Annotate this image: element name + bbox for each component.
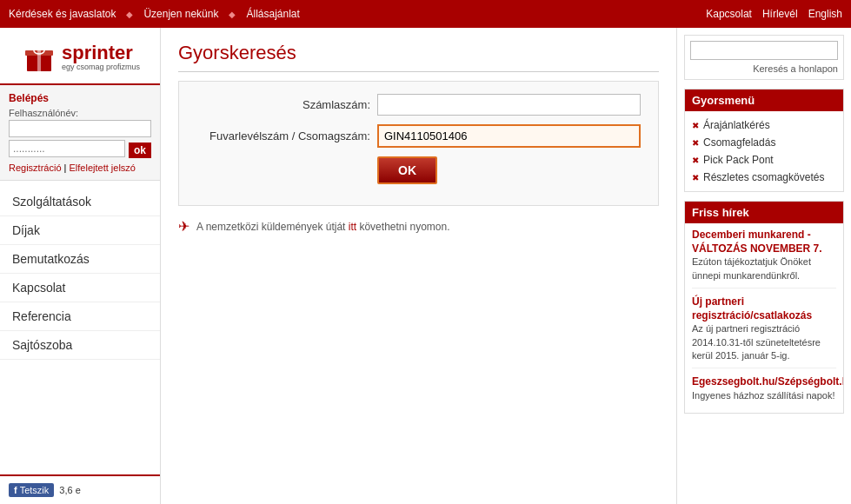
fb-like-label: Tetszik xyxy=(20,485,50,495)
news-body-2: Ingyenes házhoz szállítási napok! xyxy=(692,389,836,402)
news-title-1[interactable]: Új partneri regisztráció/csatlakozás xyxy=(692,295,836,322)
intl-note-text: A nemzetközi küldemények útját itt követ… xyxy=(196,221,450,233)
login-links: Regisztráció | Elfelejtett jelszó xyxy=(9,162,151,173)
username-label: Felhasználónév: xyxy=(9,108,78,118)
nav-dijak[interactable]: Díjak xyxy=(0,216,160,245)
register-link[interactable]: Regisztráció xyxy=(9,162,62,173)
nav-allasajanlat[interactable]: Állásajánlat xyxy=(246,8,299,20)
top-nav-left: Kérdések és javaslatok ◆ Üzenjen nekünk … xyxy=(9,8,300,20)
sep2: ◆ xyxy=(229,10,236,19)
news-title: Friss hírek xyxy=(685,202,843,223)
qm-icon-1: ✖ xyxy=(692,138,699,148)
news-title-2[interactable]: Egeszsegbolt.hu/Szépségbolt.hu xyxy=(692,375,836,389)
fuvar-row: Fuvarlevélszám / Csomagszám: xyxy=(196,124,641,148)
sidebar: sprinter egy csomag profizmus Belépés Fe… xyxy=(0,28,161,504)
nav-kapcsolat[interactable]: Kapcsolat xyxy=(706,8,752,20)
page-title: Gyorskeresés xyxy=(178,42,659,72)
logo-area: sprinter egy csomag profizmus xyxy=(0,28,160,85)
qm-label-1: Csomagfeladás xyxy=(703,136,775,149)
nav-uzenjen[interactable]: Üzenjen nekünk xyxy=(143,8,218,20)
sidebar-bottom: f Tetszik 3,6 e xyxy=(0,474,160,504)
qm-item-0[interactable]: ✖ Árajánlatkérés xyxy=(692,116,836,134)
search-form: Számlaszám: Fuvarlevélszám / Csomagszám:… xyxy=(178,81,659,206)
password-row: ok xyxy=(9,140,151,160)
fb-count: 3,6 e xyxy=(59,485,80,495)
site-search-widget: Keresés a honlapon xyxy=(684,35,844,80)
quickmenu-widget: Gyorsmenü ✖ Árajánlatkérés ✖ Csomagfelad… xyxy=(684,89,844,192)
logo-text: sprinter egy csomag profizmus xyxy=(62,43,140,71)
ok-row: OK xyxy=(196,156,641,184)
qm-label-0: Árajánlatkérés xyxy=(703,119,770,131)
fuvar-label: Fuvarlevélszám / Csomagszám: xyxy=(196,129,370,143)
right-sidebar: Keresés a honlapon Gyorsmenü ✖ Árajánlat… xyxy=(677,28,851,504)
sprinter-logo-icon xyxy=(20,38,58,76)
site-search-label: Keresés a honlapon xyxy=(690,63,838,74)
login-ok-button[interactable]: ok xyxy=(129,143,151,158)
forgot-password-link[interactable]: Elfelejtett jelszó xyxy=(70,162,136,173)
számlaszám-row: Számlaszám: xyxy=(196,94,641,116)
main-wrapper: sprinter egy csomag profizmus Belépés Fe… xyxy=(0,28,851,504)
sep1: ◆ xyxy=(126,10,133,19)
news-body-0: Ezúton tájékoztatjuk Önöket ünnepi munka… xyxy=(692,255,836,282)
nav-szolgaltatasok[interactable]: Szolgáltatások xyxy=(0,188,160,216)
news-title-0[interactable]: Decemberi munkarend - VÁLTOZÁS NOVEMBER … xyxy=(692,229,836,255)
quickmenu-title: Gyorsmenü xyxy=(685,90,843,111)
news-item-2: Egeszsegbolt.hu/Szépségbolt.hu Ingyenes … xyxy=(692,375,836,408)
qm-label-2: Pick Pack Pont xyxy=(703,154,774,166)
news-body: Decemberi munkarend - VÁLTOZÁS NOVEMBER … xyxy=(685,223,843,413)
quickmenu-body: ✖ Árajánlatkérés ✖ Csomagfeladás ✖ Pick … xyxy=(685,111,843,191)
username-row: Felhasználónév: xyxy=(9,108,151,118)
content-area: Gyorskeresés Számlaszám: Fuvarlevélszám … xyxy=(161,28,677,504)
qm-icon-2: ✖ xyxy=(692,156,699,165)
intl-link[interactable]: itt xyxy=(349,221,356,233)
qm-item-1[interactable]: ✖ Csomagfeladás xyxy=(692,134,836,151)
nav-kerdesek[interactable]: Kérdések és javaslatok xyxy=(9,8,116,20)
számlaszám-input[interactable] xyxy=(377,94,641,116)
logo-box: sprinter egy csomag profizmus xyxy=(20,38,140,76)
intl-icon: ✈ xyxy=(178,218,189,235)
qm-label-3: Részletes csomagkövetés xyxy=(703,171,824,183)
news-item-0: Decemberi munkarend - VÁLTOZÁS NOVEMBER … xyxy=(692,229,836,288)
password-input[interactable] xyxy=(9,140,125,157)
nav-menu: Szolgáltatások Díjak Bemutatkozás Kapcso… xyxy=(0,181,160,474)
login-title: Belépés xyxy=(9,92,151,104)
nav-referencia[interactable]: Referencia xyxy=(0,302,160,331)
fuvar-input[interactable] xyxy=(377,124,641,148)
news-item-1: Új partneri regisztráció/csatlakozás Az … xyxy=(692,295,836,368)
fb-like-button[interactable]: f Tetszik xyxy=(9,483,54,497)
facebook-like: f Tetszik 3,6 e xyxy=(9,483,151,497)
intl-note: ✈ A nemzetközi küldemények útját itt köv… xyxy=(178,218,659,235)
nav-english[interactable]: English xyxy=(808,8,842,20)
top-nav-right: Kapcsolat Hírlevél English xyxy=(706,8,842,20)
nav-hirLevel[interactable]: Hírlevél xyxy=(762,8,798,20)
nav-bemutatkozas[interactable]: Bemutatkozás xyxy=(0,245,160,274)
nav-kapcsolat[interactable]: Kapcsolat xyxy=(0,274,160,302)
username-input[interactable] xyxy=(9,120,151,137)
ok-submit-button[interactable]: OK xyxy=(377,156,437,184)
fb-icon: f xyxy=(14,485,17,495)
site-search-input[interactable] xyxy=(690,41,838,60)
qm-item-3[interactable]: ✖ Részletes csomagkövetés xyxy=(692,169,836,186)
login-area: Belépés Felhasználónév: ok Regisztráció … xyxy=(0,85,160,181)
qm-item-2[interactable]: ✖ Pick Pack Pont xyxy=(692,151,836,169)
brand-tagline: egy csomag profizmus xyxy=(62,63,140,71)
nav-sajtoszoba[interactable]: Sajtószoba xyxy=(0,331,160,360)
qm-icon-0: ✖ xyxy=(692,121,699,130)
qm-icon-3: ✖ xyxy=(692,173,699,182)
news-widget: Friss hírek Decemberi munkarend - VÁLTOZ… xyxy=(684,201,844,414)
brand-name: sprinter xyxy=(62,43,140,63)
top-navigation: Kérdések és javaslatok ◆ Üzenjen nekünk … xyxy=(0,0,851,28)
számlaszám-label: Számlaszám: xyxy=(196,98,370,111)
news-body-1: Az új partneri regisztráció 2014.10.31-t… xyxy=(692,322,836,362)
